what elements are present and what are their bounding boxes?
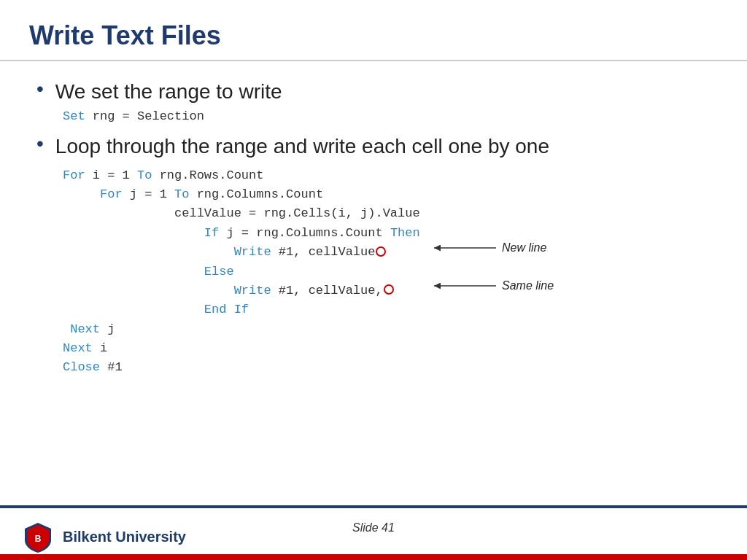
plain-4indent (63, 226, 204, 240)
code-line-3: cellValue = rng.Cells(i, j).Value (63, 204, 711, 223)
plain-11: #1 (100, 360, 123, 374)
university-name: Bilkent University (63, 529, 186, 545)
slide-footer: Slide 41 B Bilkent University (0, 505, 747, 560)
plain-2b: rng.Columns.Count (189, 187, 323, 201)
plain-7indent (63, 284, 234, 298)
code-line-11: Close #1 (63, 358, 711, 377)
plain-8indent (63, 303, 204, 316)
university-logo: B (22, 521, 54, 553)
code-line-2: For j = 1 To rng.Columns.Count (63, 185, 711, 204)
kw-for2: For (100, 187, 123, 201)
bullet-dot-1: • (36, 76, 44, 102)
bullet-item-1: • We set the range to write (36, 79, 711, 105)
bullet-text-2: Loop through the range and write each ce… (55, 133, 549, 160)
code-line-1: For i = 1 To rng.Rows.Count (63, 166, 711, 185)
bullet-item-2: • Loop through the range and write each … (36, 133, 711, 160)
code-line-6: Else (63, 262, 711, 281)
plain-9 (63, 322, 70, 336)
bullet-text-1: We set the range to write (55, 79, 282, 105)
svg-text:B: B (35, 534, 42, 544)
plain-10: i (93, 341, 107, 355)
code-line-8: End If (63, 300, 711, 319)
kw-to1: To (137, 168, 152, 182)
circle-marker-2 (384, 284, 394, 295)
plain-indent2 (63, 187, 100, 201)
code-inline-1: Set rng = Selection (63, 109, 711, 123)
slide-header: Write Text Files (0, 0, 747, 61)
code-plain-rng: rng = (85, 109, 137, 123)
kw-next2: Next (63, 341, 93, 355)
plain-1b: rng.Rows.Count (152, 168, 263, 182)
code-keyword-set: Set (63, 109, 85, 123)
kw-for1: For (63, 168, 85, 182)
kw-if2: If (234, 303, 249, 316)
code-block: For i = 1 To rng.Rows.Count For j = 1 To… (63, 166, 711, 378)
bullet-section-2: • Loop through the range and write each … (36, 133, 711, 160)
plain-7: #1, cellValue, (271, 284, 383, 298)
code-line-5: Write #1, cellValue (63, 243, 711, 262)
slide-title: Write Text Files (29, 20, 718, 51)
kw-write2: Write (234, 284, 271, 298)
code-plain-selection: Selection (137, 109, 204, 123)
slide-container: Write Text Files • We set the range to w… (0, 0, 747, 560)
code-line-9: Next j (63, 320, 711, 339)
kw-next1: Next (70, 322, 100, 336)
footer-logo-area: B Bilkent University (22, 521, 186, 553)
kw-write1: Write (234, 245, 271, 259)
plain-3: cellValue = rng.Cells(i, j).Value (63, 206, 420, 220)
code-line-4: If j = rng.Columns.Count Then (63, 224, 711, 243)
bullet-section-1: • We set the range to write Set rng = Se… (36, 79, 711, 123)
slide-number: Slide 41 (352, 521, 395, 534)
kw-then: Then (390, 226, 420, 240)
plain-6indent (63, 265, 204, 279)
plain-9b: j (100, 322, 115, 336)
code-line-7: Write #1, cellValue, (63, 281, 711, 300)
circle-marker-1 (376, 246, 386, 257)
plain-1: i = 1 (85, 168, 137, 182)
plain-4: j = rng.Columns.Count (219, 226, 390, 240)
plain-2: j = 1 (123, 187, 174, 201)
code-line-10: Next i (63, 339, 711, 358)
slide-content: • We set the range to write Set rng = Se… (0, 61, 747, 505)
kw-else: Else (204, 265, 234, 279)
kw-end: End (204, 303, 227, 316)
kw-to2: To (174, 187, 189, 201)
plain-8 (226, 303, 233, 316)
plain-5: #1, cellValue (271, 245, 376, 259)
bullet-dot-2: • (36, 131, 44, 157)
kw-if: If (204, 226, 219, 240)
plain-5indent (63, 245, 234, 259)
kw-close: Close (63, 360, 100, 374)
code-block-wrapper: For i = 1 To rng.Rows.Count For j = 1 To… (36, 166, 711, 378)
